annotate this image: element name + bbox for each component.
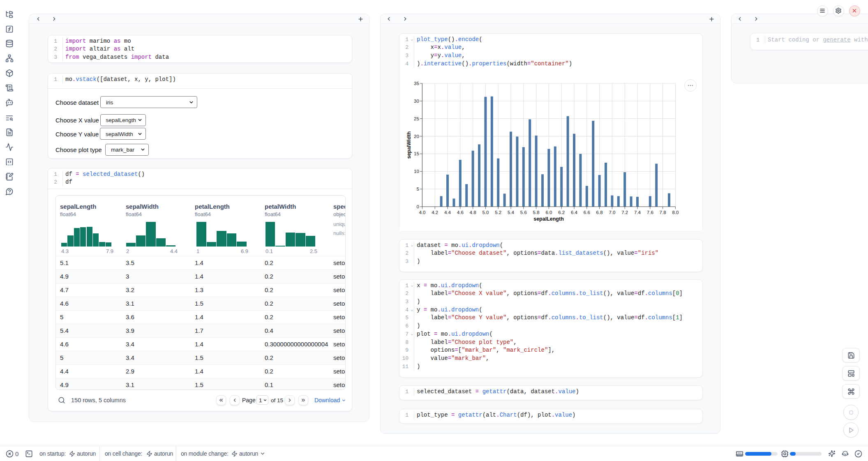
svg-text:0: 0 xyxy=(416,204,419,209)
svg-text:6.4: 6.4 xyxy=(571,210,578,215)
svg-text:10: 10 xyxy=(414,169,419,174)
svg-text:5: 5 xyxy=(416,187,419,191)
svg-text:sepalLength: sepalLength xyxy=(533,216,564,222)
svg-text:4.4: 4.4 xyxy=(444,210,451,215)
svg-text:4.0: 4.0 xyxy=(419,210,425,215)
svg-text:6.6: 6.6 xyxy=(584,210,590,215)
svg-text:7.0: 7.0 xyxy=(609,210,615,215)
svg-text:5.8: 5.8 xyxy=(533,210,540,215)
svg-text:7.4: 7.4 xyxy=(634,210,641,215)
svg-text:6.2: 6.2 xyxy=(558,210,565,215)
svg-text:6.0: 6.0 xyxy=(545,210,552,215)
svg-text:30: 30 xyxy=(414,99,419,104)
svg-text:4.2: 4.2 xyxy=(432,210,438,215)
svg-text:35: 35 xyxy=(414,81,419,86)
svg-text:sepalWidth: sepalWidth xyxy=(406,131,412,159)
svg-text:4.8: 4.8 xyxy=(470,210,476,215)
svg-text:7.8: 7.8 xyxy=(660,210,666,215)
svg-text:15: 15 xyxy=(414,151,419,156)
svg-text:7.2: 7.2 xyxy=(621,210,628,215)
svg-text:6.8: 6.8 xyxy=(596,210,603,215)
svg-text:5.2: 5.2 xyxy=(495,210,501,215)
svg-text:7.6: 7.6 xyxy=(647,210,653,215)
svg-text:5.6: 5.6 xyxy=(520,210,527,215)
svg-text:20: 20 xyxy=(414,134,419,139)
svg-text:4.6: 4.6 xyxy=(457,210,464,215)
svg-text:8.0: 8.0 xyxy=(672,210,679,215)
svg-text:5.0: 5.0 xyxy=(482,210,489,215)
svg-text:5.4: 5.4 xyxy=(508,210,515,215)
svg-text:25: 25 xyxy=(414,116,419,121)
